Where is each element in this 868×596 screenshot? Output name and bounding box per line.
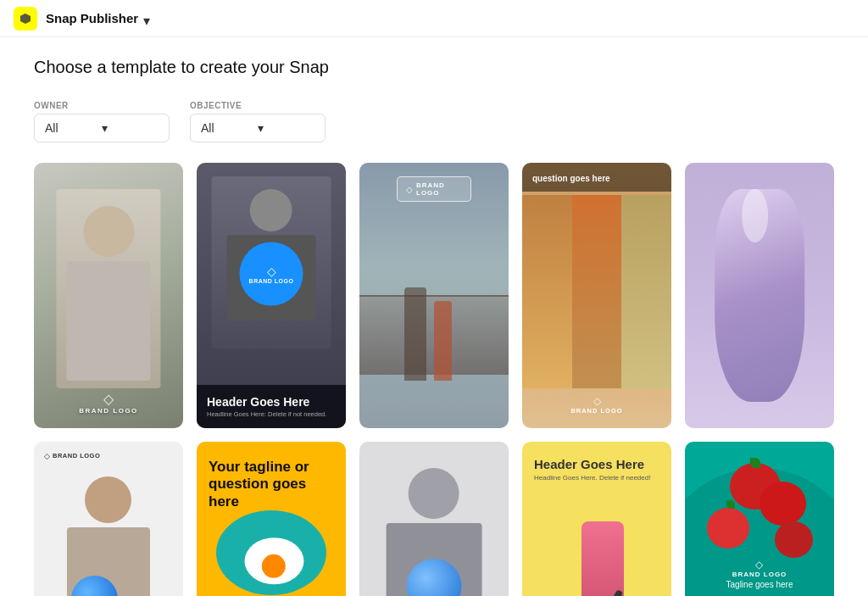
card-9-headline: Headline Goes Here. Delete if needed! [534,474,659,482]
objective-filter-label: OBJECTIVE [190,101,326,110]
filters-row: OWNER All ▾ OBJECTIVE All ▾ [34,101,834,142]
card-6-brand: BRAND LOGO [53,452,100,460]
template-card-5[interactable] [685,163,834,428]
template-card-3[interactable]: ◇ BRAND LOGO [359,163,509,428]
template-card-9[interactable]: Header Goes Here Headline Goes Here. Del… [522,442,671,596]
owner-filter-value: All [45,121,102,135]
card-1-brand: BRAND LOGO [79,407,138,415]
card-10-tagline: Tagline goes here [726,580,793,589]
card-4-brand: BRAND LOGO [570,407,622,415]
app-header: Snap Publisher ▾ [0,0,868,37]
objective-filter-select[interactable]: All ▾ [190,114,326,142]
card-2-header: Header Goes Here [207,395,336,409]
card-2-brand: BRAND LOGO [249,278,294,284]
owner-filter-chevron: ▾ [102,121,159,135]
card-9-header: Header Goes Here [534,457,659,471]
card-4-question: question goes here [532,174,610,183]
page-title: Choose a template to create your Snap [34,58,834,77]
app-icon [14,7,37,31]
owner-filter-select[interactable]: All ▾ [34,114,170,142]
objective-filter-value: All [201,121,258,135]
objective-filter-group: OBJECTIVE All ▾ [190,101,326,142]
main-content: Choose a template to create your Snap OW… [0,37,868,596]
template-card-8[interactable]: ◇ BRAND LOGO [359,442,509,596]
template-card-10[interactable]: ◇ BRAND LOGO Tagline goes here Craving m… [685,442,834,596]
objective-filter-chevron: ▾ [258,121,314,135]
owner-filter-label: OWNER [34,101,170,110]
template-card-1[interactable]: ◇ BRAND LOGO [34,163,183,428]
app-title: Snap Publisher [46,11,138,25]
template-card-7[interactable]: Your tagline or question goes here ◇ BRA… [197,442,346,596]
card-3-brand: BRAND LOGO [416,181,462,197]
app-dropdown-chevron: ▾ [143,13,155,25]
owner-filter-group: OWNER All ▾ [34,101,170,142]
template-card-6[interactable]: ◇ BRAND LOGO Header Goes Here. Headline … [34,442,183,596]
card-2-headline: Headline Goes Here: Delete if not needed… [207,410,336,418]
card-10-brand: BRAND LOGO [726,571,793,578]
template-card-4[interactable]: question goes here ◇ BRAND LOGO [522,163,671,428]
card-7-tagline: Your tagline or question goes here [209,459,334,510]
template-card-2[interactable]: ◇ BRAND LOGO Header Goes Here Headline G… [197,163,346,428]
templates-grid: ◇ BRAND LOGO ◇ BRAND LOGO Header Goe [34,163,834,596]
app-title-wrapper[interactable]: Snap Publisher ▾ [46,11,155,25]
